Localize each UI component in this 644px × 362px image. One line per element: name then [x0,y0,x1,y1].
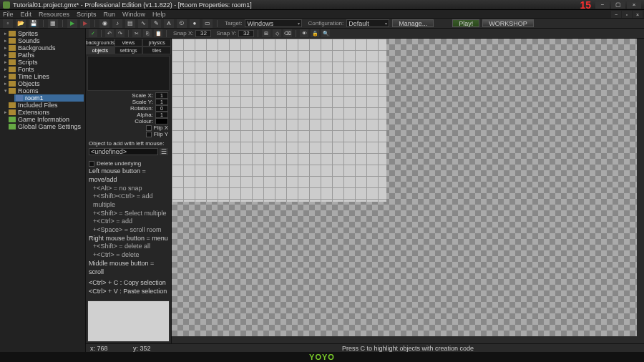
status-y: y: 352 [133,345,176,352]
close-button[interactable]: × [627,1,641,9]
tree-objects[interactable]: ▸Objects [1,80,84,87]
debug-icon[interactable]: ▶ [80,19,90,28]
confirm-icon[interactable]: ✓ [89,29,97,37]
path-icon[interactable]: ∿ [138,19,148,28]
run-icon[interactable]: ▶ [67,19,77,28]
menu-help[interactable]: Help [152,11,166,18]
manage-button[interactable]: Manage... [392,19,434,27]
menu-edit[interactable]: Edit [21,11,32,18]
tree-timelines[interactable]: ▸Time Lines [1,73,84,80]
sprite-icon[interactable]: ◉ [99,19,109,28]
mdi-close-button[interactable]: × [633,11,643,18]
horizontal-scrollbar[interactable] [172,336,637,343]
main-toolbar: ▫ 📂 💾 ▦ ▶ ▶ ◉ ♪ ▤ ∿ ✎ A ⏲ ● ▭ Target: Wi… [0,19,644,29]
colour-swatch[interactable] [155,118,168,124]
tab-backgrounds[interactable]: backgrounds [86,39,114,47]
menu-file[interactable]: File [3,11,14,18]
clear-icon[interactable]: ⌫ [283,29,292,37]
tree-sprites[interactable]: ▸Sprites [1,30,84,37]
delete-underlying-checkbox[interactable] [89,161,94,167]
fps-counter: 15 [580,0,591,11]
alpha-input[interactable] [155,112,168,118]
window-title: Tutorial01.project.gmx* - Professional E… [13,1,252,9]
tab-tiles[interactable]: tiles [142,47,171,54]
config-select[interactable]: Default [346,19,389,27]
target-label: Target: [225,20,242,26]
cut-icon[interactable]: ✂ [132,29,141,37]
flipx-checkbox[interactable] [146,125,152,131]
play-button[interactable]: Play! [452,19,479,27]
lock-icon[interactable]: 🔒 [311,29,319,37]
rotation-label: Rotation: [130,105,153,112]
zoom-icon[interactable]: 🔍 [321,29,330,37]
save-icon[interactable]: 💾 [29,19,39,28]
tree-game-info[interactable]: Game Information [1,116,84,123]
bg-icon[interactable]: ▤ [125,19,135,28]
flipy-checkbox[interactable] [146,132,152,137]
object-add-label: Object to add with left mouse: [89,140,168,147]
tree-fonts[interactable]: ▸Fonts [1,66,84,73]
menu-scripts[interactable]: Scripts [77,11,97,18]
room-icon[interactable]: ▭ [203,19,213,28]
copy-icon[interactable]: ⎘ [143,29,152,37]
scalex-input[interactable] [155,92,168,99]
tab-views[interactable]: views [114,39,143,47]
object-select[interactable]: <undefined> [89,148,158,155]
menu-window[interactable]: Window [122,11,145,18]
room-canvas[interactable] [172,39,644,343]
redo-icon[interactable]: ↷ [116,29,125,37]
tree-rooms[interactable]: ▾Rooms [1,87,84,94]
rotation-input[interactable] [155,105,168,112]
snapx-input[interactable] [195,30,211,37]
snapy-label: Snap Y: [216,30,236,36]
timeline-icon[interactable]: ⏲ [177,19,187,28]
open-icon[interactable]: 📂 [16,19,26,28]
sound-icon[interactable]: ♪ [112,19,122,28]
minimize-button[interactable]: − [595,1,610,9]
mouse-hints: Left mouse button = move/add +<Alt> = no… [89,167,168,295]
mdi-minimize-button[interactable]: − [611,11,621,18]
workshop-button[interactable]: WORKSHOP [482,19,534,27]
mdi-restore-button[interactable]: ▫ [622,11,632,18]
tab-settings[interactable]: settings [114,47,143,54]
logo-bar: YOYO [0,352,644,362]
tab-objects[interactable]: objects [86,47,114,54]
object-menu-icon[interactable]: ☰ [160,148,168,155]
tree-backgrounds[interactable]: ▸Backgrounds [1,44,84,52]
show-icon[interactable]: 👁 [300,29,308,37]
yoyo-logo: YOYO [309,353,335,361]
room-properties-panel: backgrounds views physics objects settin… [86,39,172,343]
scaley-input[interactable] [155,99,168,105]
flipx-label: Flip X [154,124,168,131]
delete-underlying-label: Delete underlying [97,160,141,167]
status-x: x: 768 [90,345,133,352]
new-resource-icon[interactable]: ▦ [48,19,58,28]
menu-resources[interactable]: Resources [39,11,69,18]
tree-room1[interactable]: room1 [14,94,84,102]
script-icon[interactable]: ✎ [151,19,161,28]
iso-icon[interactable]: ◇ [273,29,281,37]
snapy-input[interactable] [238,30,254,37]
undo-icon[interactable]: ↶ [105,29,114,37]
paste-icon[interactable]: 📋 [154,29,162,37]
target-select[interactable]: Windows [245,19,302,27]
config-label: Configuration: [308,20,343,26]
vertical-scrollbar[interactable] [637,39,644,343]
menu-run[interactable]: Run [104,11,116,18]
tree-extensions[interactable]: ▸Extensions [1,109,84,116]
maximize-button[interactable]: ▢ [611,1,625,9]
flipy-label: Flip Y [154,131,168,137]
object-icon[interactable]: ● [190,19,200,28]
tree-scripts[interactable]: ▸Scripts [1,59,84,66]
tree-paths[interactable]: ▸Paths [1,52,84,59]
new-project-icon[interactable]: ▫ [3,19,13,28]
tab-physics[interactable]: physics [142,39,171,47]
grid-icon[interactable]: ⊞ [262,29,270,37]
font-icon[interactable]: A [164,19,174,28]
status-message: Press C to highlight objects with creati… [176,345,640,352]
tree-included-files[interactable]: Included Files [1,102,84,109]
tree-sounds[interactable]: ▸Sounds [1,37,84,44]
statusbar: x: 768 y: 352 Press C to highlight objec… [86,343,644,352]
room-editor: ✓ ↶ ↷ ✂ ⎘ 📋 Snap X: Snap Y: ⊞ ◇ ⌫ 👁 🔒 🔍 [86,29,644,352]
tree-global-settings[interactable]: Global Game Settings [1,123,84,130]
